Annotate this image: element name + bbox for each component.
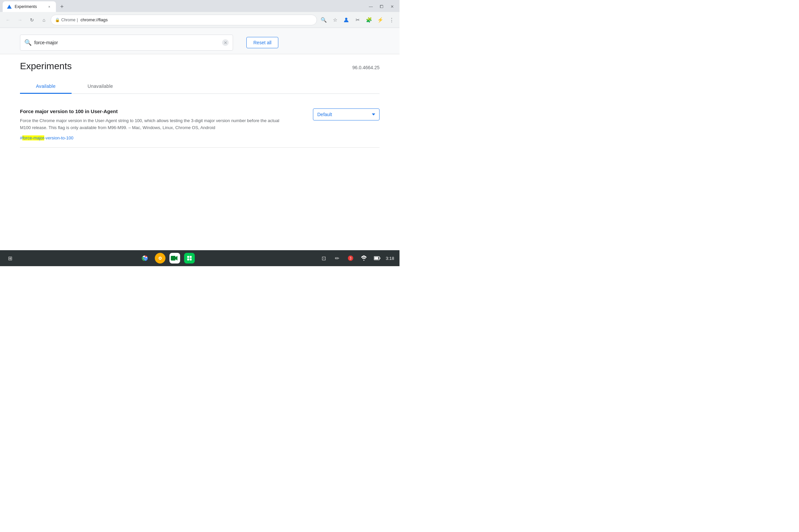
search-clear-button[interactable]: ✕ [222, 39, 229, 46]
search-toolbar-icon[interactable]: 🔍 [318, 15, 329, 25]
toolbar: ← → ↻ ⌂ 🔒 Chrome | chrome://flags 🔍 ☆ ✂ … [0, 12, 400, 28]
toolbar-actions: 🔍 ☆ ✂ 🧩 ⚡ ⋮ [318, 15, 397, 25]
notification-badge: 3 [348, 255, 353, 261]
tab-unavailable[interactable]: Unavailable [72, 79, 129, 94]
scissors-icon[interactable]: ✂ [352, 15, 363, 25]
chrome-logo [140, 253, 149, 263]
search-icon: 🔍 [24, 39, 32, 46]
tab-favicon [7, 4, 12, 9]
taskbar-right: ⊡ ✏ 3 3:18 [319, 253, 394, 263]
search-input[interactable] [34, 40, 219, 45]
menu-icon[interactable]: ⋮ [386, 15, 397, 25]
home-button[interactable]: ⌂ [39, 15, 49, 25]
flag-content: Force major version to 100 in User-Agent… [20, 109, 286, 141]
flags-list: Force major version to 100 in User-Agent… [20, 102, 379, 148]
wifi-svg [361, 255, 367, 261]
title-bar: Experiments × + — ⧠ ✕ [0, 0, 400, 12]
flag-anchor[interactable]: #force-major-version-to-100 [20, 135, 73, 140]
back-button[interactable]: ← [3, 15, 13, 25]
search-box[interactable]: 🔍 ✕ [20, 35, 233, 51]
taskbar-notification-icon[interactable]: 3 [346, 253, 355, 263]
bookmark-icon[interactable]: ☆ [330, 15, 340, 25]
taskbar-meet[interactable] [169, 253, 180, 264]
flag-item: Force major version to 100 in User-Agent… [20, 102, 379, 148]
experiments-title-row: Experiments 96.0.4664.25 [20, 61, 379, 72]
svg-point-3 [144, 257, 146, 260]
window-controls: — ⧠ ✕ [364, 1, 400, 12]
close-button[interactable]: ✕ [388, 2, 397, 11]
flag-dropdown[interactable]: Default Enabled Disabled [313, 109, 379, 120]
taskbar-chrome[interactable] [139, 252, 151, 264]
forward-button[interactable]: → [15, 15, 25, 25]
extension-icon[interactable]: ⚡ [375, 15, 386, 25]
experiments-body: Experiments 96.0.4664.25 Available Unava… [0, 54, 400, 154]
taskbar-left: ⊞ [5, 253, 15, 263]
tabs-row: Available Unavailable [20, 79, 379, 94]
taskbar-app4-icon [186, 255, 193, 262]
meet-icon-svg [171, 255, 179, 261]
reset-all-button[interactable]: Reset all [246, 37, 278, 48]
active-tab[interactable]: Experiments × [3, 1, 56, 12]
flags-header: 🔍 ✕ Reset all [0, 28, 400, 54]
puzzle-icon[interactable]: 🧩 [364, 15, 374, 25]
svg-point-0 [345, 18, 348, 20]
version-text: 96.0.4664.25 [352, 65, 379, 70]
tab-close-button[interactable]: × [47, 4, 52, 9]
new-tab-button[interactable]: + [57, 2, 67, 11]
wifi-icon[interactable] [359, 253, 369, 263]
flag-title: Force major version to 100 in User-Agent [20, 109, 286, 114]
taskbar-launcher-icon[interactable]: ⊞ [5, 253, 15, 263]
svg-point-5 [160, 258, 161, 259]
profile-icon[interactable] [341, 15, 352, 25]
taskbar: ⊞ [0, 250, 400, 266]
taskbar-screenshot-icon[interactable]: ⊡ [319, 253, 329, 263]
svg-rect-8 [190, 256, 192, 258]
maximize-button[interactable]: ⧠ [377, 2, 386, 11]
taskbar-center [139, 252, 195, 264]
taskbar-time: 3:18 [386, 256, 394, 261]
lock-icon: 🔒 [55, 18, 60, 22]
secure-indicator: 🔒 Chrome | [55, 18, 78, 22]
svg-point-11 [363, 260, 364, 261]
url-display: chrome://flags [80, 17, 313, 22]
svg-rect-7 [187, 256, 189, 258]
tab-strip: Experiments × + [0, 1, 364, 12]
tab-available[interactable]: Available [20, 79, 72, 94]
svg-rect-14 [379, 258, 380, 259]
svg-rect-13 [374, 257, 378, 260]
svg-rect-6 [171, 256, 175, 261]
taskbar-app4[interactable] [184, 253, 195, 264]
flag-link-highlight: force-major [22, 135, 44, 140]
taskbar-app2-icon [157, 255, 163, 261]
taskbar-app2[interactable] [155, 253, 165, 264]
tab-title: Experiments [15, 4, 44, 9]
flag-link-suffix: -version-to-100 [44, 135, 73, 140]
battery-svg [374, 256, 380, 261]
flag-control: Default Enabled Disabled [300, 109, 379, 120]
secure-label: Chrome [61, 18, 76, 22]
svg-rect-10 [190, 259, 192, 261]
minimize-button[interactable]: — [366, 2, 375, 11]
page-title: Experiments [20, 61, 72, 72]
profile-svg [343, 17, 350, 23]
reload-button[interactable]: ↻ [26, 15, 37, 25]
address-bar[interactable]: 🔒 Chrome | chrome://flags [51, 15, 317, 25]
battery-icon[interactable] [373, 253, 382, 263]
flag-description: Force the Chrome major version in the Us… [20, 117, 286, 131]
svg-rect-9 [187, 259, 189, 261]
taskbar-pen-icon[interactable]: ✏ [333, 253, 342, 263]
content-area: 🔍 ✕ Reset all Experiments 96.0.4664.25 A… [0, 28, 400, 250]
